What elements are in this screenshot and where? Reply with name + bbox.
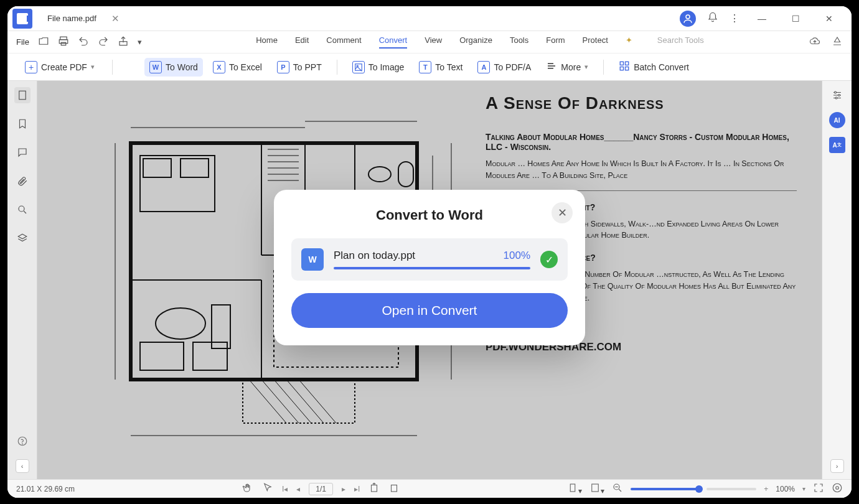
chevron-down-icon: ▾ bbox=[584, 63, 588, 71]
redo-icon[interactable] bbox=[98, 35, 109, 49]
to-image-button[interactable]: To Image bbox=[347, 58, 410, 77]
to-excel-label: To Excel bbox=[229, 62, 262, 72]
rotate-left-icon[interactable] bbox=[368, 482, 380, 495]
to-excel-button[interactable]: X To Excel bbox=[208, 58, 267, 77]
zoom-in-icon[interactable]: + bbox=[764, 485, 768, 493]
tab-edit[interactable]: Edit bbox=[295, 35, 309, 49]
svg-point-64 bbox=[836, 487, 839, 490]
document-tab[interactable]: File name.pdf ✕ bbox=[39, 9, 128, 28]
rotate-right-icon[interactable] bbox=[388, 482, 400, 495]
svg-rect-10 bbox=[626, 67, 629, 70]
undo-icon[interactable] bbox=[78, 35, 89, 49]
ppt-icon: P bbox=[277, 61, 289, 73]
help-icon[interactable] bbox=[14, 433, 31, 449]
dropdown-caret-icon[interactable]: ▾ bbox=[138, 37, 142, 47]
to-word-button[interactable]: W To Word bbox=[144, 58, 203, 77]
open-in-convert-button[interactable]: Open in Convert bbox=[291, 293, 568, 328]
document-canvas[interactable]: A Sense Of Darkness Talking About Modula… bbox=[37, 81, 822, 479]
to-ppt-button[interactable]: P To PPT bbox=[272, 58, 327, 77]
tab-view[interactable]: View bbox=[425, 35, 442, 49]
window-close-button[interactable]: ✕ bbox=[818, 14, 840, 24]
ai-assistant-icon[interactable]: AI bbox=[829, 112, 845, 128]
fit-page-icon[interactable]: ▾ bbox=[589, 482, 604, 495]
svg-line-44 bbox=[261, 380, 299, 423]
svg-point-56 bbox=[838, 95, 840, 96]
search-tools-input[interactable]: Search Tools bbox=[657, 35, 704, 49]
fullscreen-icon[interactable] bbox=[813, 482, 824, 495]
svg-rect-3 bbox=[61, 42, 66, 45]
overflow-menu-icon[interactable]: ⋮ bbox=[730, 12, 739, 24]
convert-toolbar: + Create PDF ▾ W To Word X To Excel P To… bbox=[7, 54, 852, 81]
reading-mode-icon[interactable] bbox=[832, 482, 843, 495]
comment-icon[interactable] bbox=[14, 144, 31, 161]
hand-tool-icon[interactable] bbox=[242, 482, 253, 495]
zoom-level[interactable]: 100% bbox=[776, 485, 795, 493]
cloud-sync-icon[interactable] bbox=[809, 35, 820, 49]
tab-close-button[interactable]: ✕ bbox=[111, 13, 120, 24]
batch-convert-button[interactable]: Batch Convert bbox=[614, 57, 694, 77]
collapse-right-sidebar-button[interactable]: › bbox=[830, 459, 844, 473]
window-maximize-button[interactable]: ☐ bbox=[784, 14, 807, 24]
translate-icon[interactable]: A文 bbox=[829, 137, 845, 153]
prev-page-icon[interactable]: ◂ bbox=[296, 485, 300, 493]
select-tool-icon[interactable] bbox=[262, 482, 273, 495]
tab-label: File name.pdf bbox=[47, 14, 96, 23]
word-icon: W bbox=[149, 61, 162, 73]
tab-form[interactable]: Form bbox=[546, 35, 565, 49]
to-pdfa-button[interactable]: A To PDF/A bbox=[472, 58, 536, 77]
more-button[interactable]: More ▾ bbox=[541, 57, 593, 77]
first-page-icon[interactable]: I◂ bbox=[282, 485, 288, 493]
page-number-input[interactable]: 1/1 bbox=[309, 483, 333, 495]
sparkle-icon: ✦ bbox=[626, 35, 632, 49]
thumbnails-icon[interactable] bbox=[14, 87, 31, 103]
to-text-label: To Text bbox=[435, 62, 462, 72]
search-icon[interactable] bbox=[14, 202, 31, 218]
tab-organize[interactable]: Organize bbox=[459, 35, 492, 49]
account-avatar-button[interactable] bbox=[680, 11, 696, 27]
notification-bell-icon[interactable] bbox=[707, 12, 718, 26]
share-icon[interactable] bbox=[118, 35, 129, 49]
menubar: File ▾ Home Edit Comment Convert View Or… bbox=[7, 31, 852, 54]
svg-line-43 bbox=[249, 380, 286, 423]
zoom-slider[interactable] bbox=[631, 488, 699, 490]
page-layout-icon[interactable]: ▾ bbox=[567, 482, 582, 495]
collapse-left-sidebar-button[interactable]: ‹ bbox=[16, 459, 29, 473]
last-page-icon[interactable]: ▸I bbox=[354, 485, 360, 493]
tab-comment[interactable]: Comment bbox=[326, 35, 361, 49]
titlebar: File name.pdf ✕ ⋮ — ☐ ✕ bbox=[7, 6, 852, 31]
convert-to-word-dialog: ✕ Convert to Word W Plan on today.ppt 10… bbox=[274, 190, 585, 345]
zoom-slider-track[interactable] bbox=[706, 488, 756, 490]
svg-point-27 bbox=[156, 308, 205, 339]
open-icon[interactable] bbox=[38, 35, 49, 49]
create-pdf-button[interactable]: + Create PDF ▾ bbox=[20, 58, 100, 77]
success-check-icon: ✓ bbox=[540, 251, 558, 268]
bookmark-icon[interactable] bbox=[14, 116, 31, 132]
svg-rect-25 bbox=[143, 159, 171, 177]
tab-protect[interactable]: Protect bbox=[583, 35, 608, 49]
page-dimensions: 21.01 X 29.69 cm bbox=[16, 485, 75, 493]
tab-convert[interactable]: Convert bbox=[379, 35, 408, 49]
next-page-icon[interactable]: ▸ bbox=[342, 485, 345, 493]
plus-icon: + bbox=[25, 61, 37, 73]
window-minimize-button[interactable]: — bbox=[751, 14, 773, 24]
progress-bar bbox=[334, 267, 530, 269]
zoom-out-icon[interactable] bbox=[612, 482, 623, 495]
to-text-button[interactable]: T To Text bbox=[414, 58, 467, 77]
dialog-close-button[interactable]: ✕ bbox=[552, 202, 573, 223]
svg-point-63 bbox=[833, 483, 842, 492]
svg-line-46 bbox=[286, 380, 324, 423]
attachment-icon[interactable] bbox=[14, 173, 31, 189]
print-icon[interactable] bbox=[58, 35, 69, 49]
layers-icon[interactable] bbox=[14, 230, 31, 246]
conversion-percent: 100% bbox=[504, 250, 530, 262]
tab-home[interactable]: Home bbox=[256, 35, 278, 49]
conversion-filename: Plan on today.ppt bbox=[334, 250, 415, 262]
svg-rect-9 bbox=[620, 67, 623, 70]
collapse-ribbon-icon[interactable] bbox=[832, 35, 843, 49]
svg-rect-23 bbox=[398, 162, 413, 187]
right-sidebar: AI A文 › bbox=[822, 81, 852, 479]
settings-sliders-icon[interactable] bbox=[829, 87, 845, 103]
tab-tools[interactable]: Tools bbox=[510, 35, 528, 49]
file-menu[interactable]: File bbox=[16, 37, 29, 47]
chevron-down-icon: ▾ bbox=[91, 63, 95, 71]
